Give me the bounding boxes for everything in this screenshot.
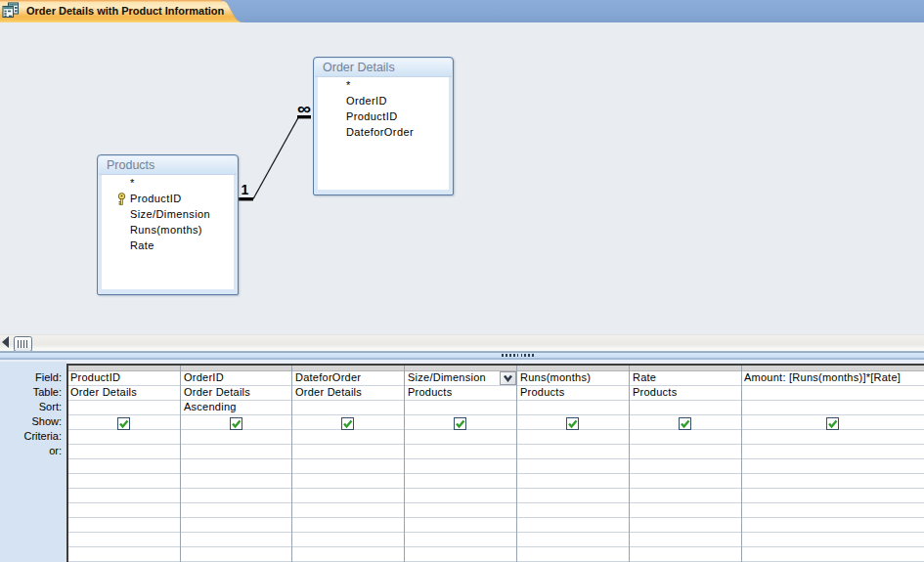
svg-text:∞: ∞ bbox=[297, 100, 311, 118]
svg-text:1: 1 bbox=[242, 182, 249, 197]
